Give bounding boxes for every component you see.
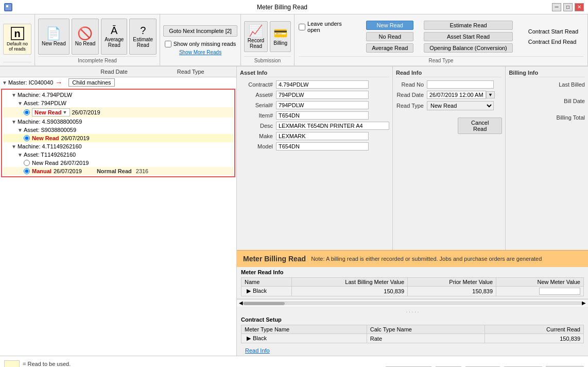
read-no-input[interactable] <box>427 80 494 89</box>
leave-unders-label: Leave unders open <box>307 21 356 33</box>
asset3-expand-icon[interactable]: ▼ <box>18 152 23 158</box>
legend-color-yellow <box>4 360 20 367</box>
divider-dots: . . . . . <box>237 307 588 314</box>
make-label: Make <box>240 133 276 139</box>
master-label: Master: IC040040 <box>8 79 53 86</box>
billing-info-title: Billing Info <box>509 70 585 77</box>
contract-value[interactable] <box>276 80 369 89</box>
meter-row-black: ▶Black 150,839 150,839 <box>241 286 584 296</box>
asset-value[interactable] <box>276 91 369 99</box>
model-field-row: Model <box>240 142 389 151</box>
window-controls: ─ □ ✕ <box>552 3 584 11</box>
leave-unders-checkbox[interactable] <box>299 24 305 30</box>
meter-prior-black: 150,839 <box>408 286 496 296</box>
scroll-left-btn[interactable]: ◀ <box>239 300 243 306</box>
read-date-3a: 26/07/2019 <box>60 160 101 166</box>
close-button[interactable]: ✕ <box>575 3 584 11</box>
contract-start-button[interactable]: Contract Start Read <box>523 27 583 36</box>
item-value[interactable] <box>276 111 369 120</box>
desc-label: Desc <box>240 123 276 129</box>
asset-start-button[interactable]: Asset Start Read <box>424 32 512 41</box>
record-billing-buttons: 📈 RecordRead 💳 Billing <box>244 16 291 56</box>
read-radio-3b[interactable] <box>24 168 30 174</box>
billing-icon: 💳 <box>273 27 287 40</box>
read-type-dropdown-1[interactable]: New Read ▼ <box>32 108 70 116</box>
show-more-reads-link[interactable]: Show More Reads <box>179 49 221 55</box>
machine1-expand-icon[interactable]: ▼ <box>11 92 16 98</box>
asset-row-3: ▼ Asset: T1149262160 <box>3 151 233 159</box>
contract-end-button[interactable]: Contract End Read <box>523 38 583 46</box>
read-radio-2[interactable] <box>24 135 30 141</box>
meter-name-black: ▶Black <box>241 286 292 296</box>
notice-title: Meter Billing Read <box>243 255 306 263</box>
goto-next-button[interactable]: Goto Next Incomplete [2] <box>163 25 237 37</box>
no-read-button[interactable]: 🚫 No Read <box>72 19 99 55</box>
read-radio-3a[interactable] <box>24 160 30 166</box>
default-no-reads-button[interactable]: n Default noof reads <box>3 24 31 55</box>
svg-rect-1 <box>6 5 8 7</box>
asset2-expand-icon[interactable]: ▼ <box>18 127 23 133</box>
estimate-read-type-button[interactable]: Estimate Read <box>424 21 512 30</box>
default-reads-btn: n Default noof reads <box>3 16 31 62</box>
machine2-expand-icon[interactable]: ▼ <box>11 119 16 125</box>
new-read-type-button[interactable]: New Read <box>366 21 413 30</box>
machine3-expand-icon[interactable]: ▼ <box>11 144 16 149</box>
average-read-type-button[interactable]: Average Read <box>366 43 413 53</box>
machine1-label: Machine: 4.794PDLW <box>18 92 72 98</box>
expand-contract-icon[interactable]: ▶ <box>247 335 251 341</box>
scroll-thumb[interactable] <box>244 302 285 305</box>
serial-label: Serial# <box>240 102 276 108</box>
serial-value[interactable] <box>276 101 369 109</box>
contract-field-row: Contract# <box>240 80 389 89</box>
average-read-button[interactable]: Ā AverageRead <box>101 19 127 55</box>
read-row-1[interactable]: New Read ▼ 26/07/2019 <box>3 107 233 118</box>
read-radio-1[interactable] <box>24 109 30 115</box>
show-missing-label: Show only missing reads <box>174 41 236 47</box>
right-panel: Asset Info Contract# Asset# Serial# Item… <box>237 66 588 356</box>
read-row-3b[interactable]: Manual 26/07/2019 Normal Read 2316 <box>3 167 233 175</box>
desc-value[interactable] <box>276 122 389 130</box>
read-type-label: Read Type <box>396 103 427 109</box>
show-missing-checkbox[interactable] <box>165 41 171 47</box>
new-read-button[interactable]: 📄 New Read <box>38 19 70 55</box>
billing-button[interactable]: 💳 Billing <box>270 21 291 52</box>
meter-new-black[interactable] <box>496 286 584 296</box>
model-value[interactable] <box>276 142 369 151</box>
date-dropdown-icon[interactable]: ▼ <box>486 91 495 98</box>
dropdown-arrow-1[interactable]: ▼ <box>63 110 67 115</box>
ribbon-group-label-1 <box>3 62 31 63</box>
normal-read-type: Normal Read <box>97 168 132 174</box>
minimize-button[interactable]: ─ <box>552 3 561 11</box>
make-field-row: Make <box>240 132 389 140</box>
new-read-label-2: New Read <box>32 135 59 141</box>
app-icon <box>4 3 12 11</box>
read-info-link[interactable]: Read Info <box>241 345 274 356</box>
meter-col-prior: Prior Meter Value <box>408 277 496 286</box>
ribbon-group-default: n Default noof reads <box>0 14 35 65</box>
read-info-link-row: Read Info <box>237 345 588 356</box>
scroll-area: ◀ ▶ <box>237 299 588 307</box>
legend-text-1: = Read to be used. <box>23 361 71 367</box>
maximize-button[interactable]: □ <box>563 3 573 11</box>
read-row-2[interactable]: New Read 26/07/2019 <box>3 134 233 142</box>
no-read-type-button[interactable]: No Read <box>366 32 413 41</box>
machine-row-3: ▼ Machine: 4.T1149262160 <box>3 142 233 151</box>
read-date-input[interactable] <box>427 91 486 99</box>
master-expand-icon[interactable]: ▼ <box>2 80 7 86</box>
meter-col-new: New Meter Value <box>496 277 584 286</box>
scroll-right-btn[interactable]: ▶ <box>582 300 586 306</box>
new-read-icon: 📄 <box>46 26 61 41</box>
asset1-expand-icon[interactable]: ▼ <box>18 101 23 106</box>
record-icon: 📈 <box>249 24 263 38</box>
scroll-track[interactable] <box>243 302 582 305</box>
cancel-read-button[interactable]: Cancel Read <box>458 118 502 134</box>
read-row-3a[interactable]: New Read 26/07/2019 <box>3 159 233 167</box>
contract-calc-type-black: Rate <box>367 334 485 343</box>
estimate-read-button[interactable]: ? EstimateRead <box>129 19 157 55</box>
opening-balance-button[interactable]: Opening Balance (Conversion) <box>424 43 512 53</box>
make-value[interactable] <box>276 132 369 140</box>
read-type-select[interactable]: New Read <box>427 101 494 110</box>
billing-info-section: Billing Info Last Billed Bill Date Billi… <box>506 66 588 250</box>
expand-black-icon[interactable]: ▶ <box>247 288 251 294</box>
record-read-button[interactable]: 📈 RecordRead <box>244 21 268 52</box>
